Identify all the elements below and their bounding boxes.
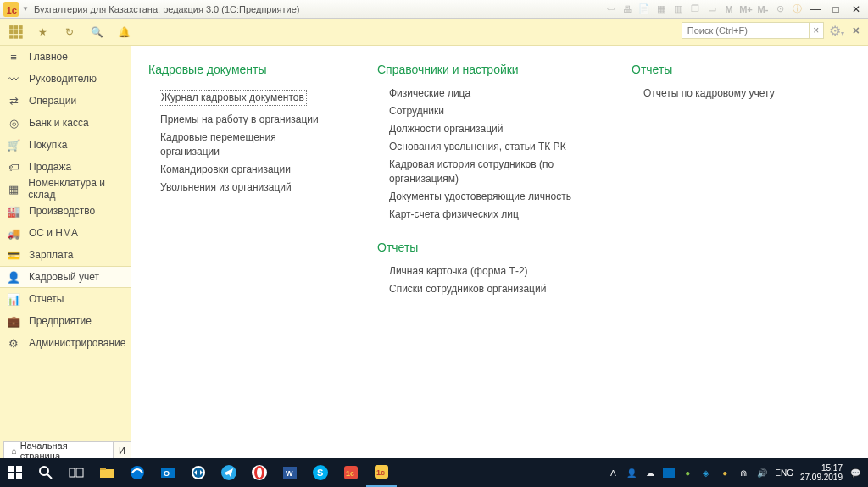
1c-icon-active[interactable]: 1c (366, 458, 397, 487)
svg-rect-10 (19, 35, 22, 38)
titlebar-icons: ⇦ 🖶 📄 ▦ ▥ ❐ ▭ M M+ M- ⊙ ⓘ — □ ✕ (604, 3, 868, 16)
sidebar-item-0[interactable]: ≡Главное (0, 46, 131, 68)
1c-shortcut-icon[interactable]: 1c (336, 458, 366, 487)
cal-icon[interactable]: ▭ (705, 3, 719, 16)
sidebar-item-5[interactable]: 🏷Продажа (0, 156, 131, 178)
sidebar-item-10[interactable]: 👤Кадровый учет (0, 266, 131, 288)
link-item[interactable]: Журнал кадровых документов (159, 90, 307, 106)
tray-people-icon[interactable]: 👤 (626, 467, 637, 479)
doc-icon[interactable]: 📄 (637, 3, 651, 16)
tray-volume-icon[interactable]: 🔊 (756, 467, 768, 479)
tray-notify-icon[interactable]: 💬 (849, 467, 861, 479)
close-button[interactable]: ✕ (848, 3, 865, 15)
tray-mail-icon[interactable] (663, 468, 675, 478)
logo-1c-icon: 1c (3, 3, 19, 15)
search-clear-button[interactable]: × (809, 22, 824, 39)
start-button[interactable] (0, 458, 31, 487)
Mminus-label[interactable]: M- (756, 3, 770, 16)
tray-skype-icon[interactable]: ● (682, 467, 693, 479)
tray-1c-icon[interactable]: ● (719, 467, 731, 479)
link-item[interactable]: Командировки организации (148, 163, 326, 177)
tray-cloud-icon[interactable]: ☁ (644, 467, 656, 479)
svg-rect-13 (8, 473, 14, 479)
calc-icon[interactable]: ▦ (654, 3, 668, 16)
tray-clock[interactable]: 15:17 27.09.2019 (800, 463, 843, 482)
bell-icon[interactable]: 🔔 (116, 25, 131, 40)
M-label[interactable]: M (722, 3, 736, 16)
grid-icon[interactable]: ▥ (671, 3, 685, 16)
teamviewer-icon[interactable] (183, 458, 214, 487)
tab-start[interactable]: ⌂ Начальная страница (3, 441, 114, 458)
link-item[interactable]: Документы удостоверяющие личность (377, 190, 581, 204)
word-icon[interactable]: W (275, 458, 305, 487)
search-input[interactable] (682, 22, 809, 39)
link-item[interactable]: Приемы на работу в организации (148, 113, 326, 127)
edge-icon[interactable] (122, 458, 153, 487)
link-item[interactable]: Списки сотрудников организаций (377, 282, 581, 296)
sidebar-item-9[interactable]: 💳Зарплата (0, 244, 131, 266)
content: Кадровые документы Журнал кадровых докум… (131, 46, 868, 458)
star-icon[interactable]: ★ (36, 25, 51, 40)
apps-icon[interactable] (8, 25, 24, 40)
sidebar-item-11[interactable]: 📊Отчеты (0, 288, 131, 310)
tab-second[interactable]: И (114, 441, 131, 458)
link-item[interactable]: Кадровая история сотрудников (по организ… (377, 158, 581, 186)
sidebar-item-3[interactable]: ◎Банк и касса (0, 112, 131, 134)
link-item[interactable]: Физические лица (377, 86, 581, 101)
link-item[interactable]: Кадровые перемещения организации (148, 130, 326, 159)
sidebar-item-2[interactable]: ⇄Операции (0, 90, 131, 112)
tray-wifi-icon[interactable]: ⋒ (737, 467, 749, 479)
link-item[interactable]: Личная карточка (форма Т-2) (377, 264, 581, 279)
opera-icon[interactable] (244, 458, 275, 487)
copy-icon[interactable]: ❐ (688, 3, 702, 16)
minimize-button[interactable]: — (807, 3, 824, 15)
tray-lang[interactable]: ENG (775, 468, 793, 478)
back-icon[interactable]: ⇦ (604, 3, 617, 16)
sidebar-label: Предприятие (29, 315, 92, 327)
sidebar-item-12[interactable]: 💼Предприятие (0, 310, 131, 332)
info-icon[interactable]: ⓘ (790, 3, 804, 16)
help-icon[interactable]: ⊙ (773, 3, 787, 16)
skype-icon[interactable]: S (305, 458, 336, 487)
outlook-icon[interactable]: O (153, 458, 183, 487)
settings-icon[interactable]: ⚙▾ (829, 23, 844, 39)
explorer-icon[interactable] (92, 458, 122, 487)
sidebar-item-1[interactable]: 〰Руководителю (0, 68, 131, 90)
sidebar-item-4[interactable]: 🛒Покупка (0, 134, 131, 156)
svg-rect-9 (14, 35, 18, 38)
toolbar: ★ ↻ 🔍 🔔 × ⚙▾ × (0, 19, 868, 46)
bottom-tabs: ⌂ Начальная страница И (0, 440, 131, 458)
link-item[interactable]: Увольнения из организаций (148, 180, 326, 195)
link-item[interactable]: Сотрудники (377, 104, 581, 119)
svg-text:1c: 1c (346, 469, 354, 478)
tray-tv-icon[interactable]: ◈ (700, 467, 712, 479)
svg-rect-5 (9, 30, 13, 33)
telegram-icon[interactable] (214, 458, 244, 487)
tray-up-icon[interactable]: ᐱ (607, 467, 619, 479)
search-button[interactable] (31, 458, 61, 487)
history-icon[interactable]: ↻ (63, 25, 78, 40)
svg-rect-7 (19, 30, 22, 33)
pulse-icon: 〰 (7, 72, 20, 86)
Mplus-label[interactable]: M+ (739, 3, 753, 16)
svg-line-16 (47, 474, 52, 479)
wallet-icon: 💳 (7, 248, 20, 262)
maximize-button[interactable]: □ (827, 3, 844, 15)
link-item[interactable]: Карт-счета физических лиц (377, 208, 581, 222)
sidebar-item-7[interactable]: 🏭Производство (0, 200, 131, 222)
print-icon[interactable]: 🖶 (620, 3, 634, 16)
drop-arrow-icon[interactable]: ▼ (22, 5, 29, 13)
home-icon: ⌂ (11, 445, 17, 456)
sidebar-item-13[interactable]: ⚙Администрирование (0, 332, 131, 354)
sidebar-item-8[interactable]: 🚚ОС и НМА (0, 222, 131, 244)
taskview-button[interactable] (61, 458, 92, 487)
link-item[interactable]: Отчеты по кадровому учету (632, 86, 784, 101)
link-item[interactable]: Основания увольнения, статьи ТК РК (377, 140, 581, 154)
sidebar-label: Операции (29, 95, 76, 107)
link-item[interactable]: Должности организаций (377, 122, 581, 136)
panel-close-button[interactable]: × (849, 24, 863, 37)
search-icon[interactable]: 🔍 (89, 25, 104, 40)
sidebar-item-6[interactable]: ▦Номенклатура и склад (0, 178, 131, 200)
section-title-docs: Кадровые документы (148, 63, 326, 76)
svg-rect-4 (19, 25, 22, 29)
